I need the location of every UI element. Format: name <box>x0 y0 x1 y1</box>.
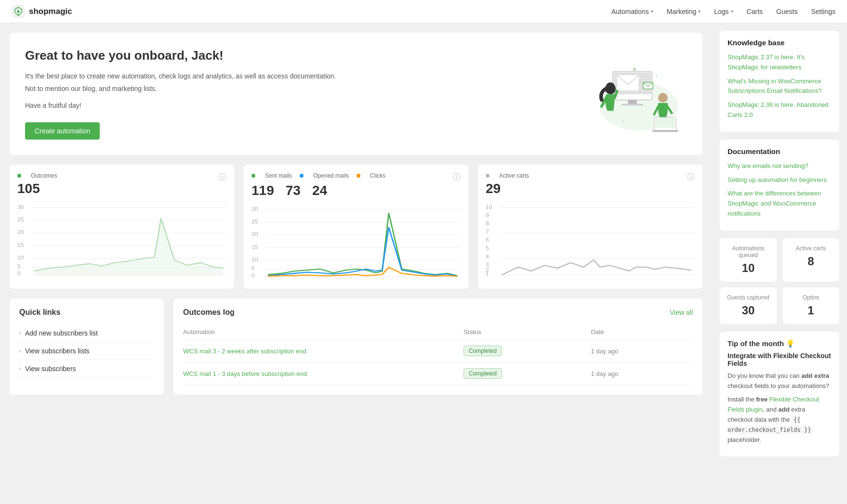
documentation-title: Documentation <box>728 147 832 155</box>
create-automation-button[interactable]: Create automation <box>25 122 100 140</box>
carts-dot <box>486 174 490 178</box>
hero-illustration <box>591 50 687 139</box>
knowledge-base-card: Knowledge base ShopMagic 2.37 is here. I… <box>720 31 839 132</box>
kb-link-1[interactable]: ShopMagic 2.37 is here. It's ShopMagic f… <box>728 52 832 73</box>
svg-text:0: 0 <box>17 271 21 276</box>
nav-automations[interactable]: Automations ▾ <box>611 8 653 15</box>
quick-link-item[interactable]: › View subscribers lists <box>19 342 154 360</box>
tip-text1: Do you know that you can add extra check… <box>728 371 832 391</box>
svg-text:25: 25 <box>251 219 258 224</box>
nav-logs[interactable]: Logs ▾ <box>714 8 733 15</box>
doc-link-1[interactable]: Why are emails not sending? <box>728 161 832 171</box>
automation-link[interactable]: WCS mail 3 - 2 weeks after subscription … <box>183 348 306 355</box>
doc-link-3[interactable]: What are the differences between ShopMag… <box>728 189 832 219</box>
carts-value: 29 <box>486 181 695 196</box>
nav-settings[interactable]: Settings <box>811 8 835 15</box>
tip-title: Tip of the month 💡 <box>728 339 832 348</box>
carts-chart-card: Active carts 29 ⓘ 10 9 8 7 6 5 4 3 2 <box>478 165 702 289</box>
hero-title: Great to have you onboard, Jack! <box>25 48 336 63</box>
svg-text:0: 0 <box>251 273 255 278</box>
info-icon[interactable]: ⓘ <box>453 172 461 182</box>
svg-text:20: 20 <box>251 232 258 237</box>
svg-text:15: 15 <box>17 243 24 248</box>
svg-marker-35 <box>34 219 223 275</box>
hero-greeting: Have a fruitful day! <box>25 100 336 111</box>
carts-legend: Active carts <box>486 172 695 179</box>
svg-rect-15 <box>655 118 675 128</box>
stat-automations-queued: Automations queued 10 <box>720 238 777 282</box>
table-body: WCS mail 3 - 2 weeks after subscription … <box>183 340 693 385</box>
outcomes-log-header: Outcomes log View all <box>183 308 693 317</box>
date-cell: 1 day ago <box>591 340 693 362</box>
col-date: Date <box>591 324 693 340</box>
main-content: Great to have you onboard, Jack! It's th… <box>0 23 712 504</box>
opened-value: 73 <box>286 183 301 198</box>
svg-text:9: 9 <box>486 213 489 218</box>
chevron-down-icon: ▾ <box>651 9 653 14</box>
svg-text:5: 5 <box>17 264 21 269</box>
svg-text:30: 30 <box>17 205 24 210</box>
emails-chart-card: Sent mails Opened mails Clicks 119 73 24… <box>244 165 468 289</box>
hero-desc1: It's the best place to create new automa… <box>25 71 336 81</box>
chevron-right-icon: › <box>19 348 21 354</box>
doc-link-2[interactable]: Setting up automation for beginners <box>728 175 832 185</box>
chevron-right-icon: › <box>19 365 21 372</box>
nav-guests[interactable]: Guests <box>776 8 797 15</box>
svg-text:10: 10 <box>17 255 24 260</box>
stats-grid: Automations queued 10 Active carts 8 Gue… <box>720 238 839 324</box>
svg-text:30: 30 <box>251 207 258 212</box>
svg-text:4: 4 <box>486 254 489 259</box>
outcomes-chart-card: Outcomes 105 ⓘ 30 25 20 15 10 5 0 <box>10 165 234 289</box>
table-row: WCS mail 1 - 3 days before subscription … <box>183 362 693 385</box>
outcomes-table: Automation Status Date WCS mail 3 - 2 we… <box>183 324 693 385</box>
info-icon[interactable]: ⓘ <box>219 172 226 182</box>
stat-optins: Optins 1 <box>782 287 839 324</box>
automation-link[interactable]: WCS mail 1 - 3 days before subscription … <box>183 370 307 377</box>
svg-text:1: 1 <box>486 271 489 276</box>
bottom-row: Quick links › Add new subscribers list ›… <box>10 298 702 395</box>
logo[interactable]: shopmagic <box>12 5 72 18</box>
emails-legend: Sent mails Opened mails Clicks <box>251 172 461 179</box>
stat-guests-captured: Guests captured 30 <box>720 287 777 324</box>
carts-chart-area: 10 9 8 7 6 5 4 3 2 1 <box>486 202 695 279</box>
date-cell: 1 day ago <box>591 362 693 385</box>
svg-text:7: 7 <box>486 229 489 234</box>
nav-carts[interactable]: Carts <box>747 8 763 15</box>
svg-point-18 <box>633 68 635 70</box>
kb-link-2[interactable]: What's Missing in WooCommerce Subscripti… <box>728 77 832 97</box>
emails-chart-area: 30 25 20 15 10 5 0 <box>251 204 461 281</box>
quick-link-item[interactable]: › Add new subscribers list <box>19 324 154 342</box>
info-icon[interactable]: ⓘ <box>687 172 695 182</box>
nav-marketing[interactable]: Marketing ▾ <box>667 8 701 15</box>
table-row: WCS mail 3 - 2 weeks after subscription … <box>183 340 693 362</box>
svg-text:10: 10 <box>251 257 258 262</box>
sent-dot <box>251 174 255 178</box>
outcomes-log-card: Outcomes log View all Automation Status … <box>173 298 702 395</box>
svg-rect-6 <box>622 103 643 105</box>
sidebar: Knowledge base ShopMagic 2.37 is here. I… <box>712 23 847 504</box>
quick-links-title: Quick links <box>19 308 154 317</box>
chevron-down-icon: ▾ <box>731 9 733 14</box>
stat-active-carts: Active carts 8 <box>782 238 839 282</box>
svg-rect-7 <box>617 75 639 90</box>
col-status: Status <box>463 324 591 340</box>
hero-text: Great to have you onboard, Jack! It's th… <box>25 48 336 140</box>
navbar: shopmagic Automations ▾ Marketing ▾ Logs… <box>0 0 847 23</box>
view-all-link[interactable]: View all <box>670 309 693 316</box>
clicks-value: 24 <box>312 183 327 198</box>
tip-text2: Install the free Flexible Checkout Field… <box>728 395 832 445</box>
svg-text:6: 6 <box>486 237 489 243</box>
svg-text:5: 5 <box>251 266 255 271</box>
svg-text:3: 3 <box>486 262 489 268</box>
status-badge: Completed <box>463 368 502 379</box>
clicks-dot <box>357 174 360 178</box>
svg-point-20 <box>622 120 624 123</box>
svg-text:5: 5 <box>486 246 489 251</box>
outcomes-log-title: Outcomes log <box>183 308 235 317</box>
col-automation: Automation <box>183 324 463 340</box>
tip-plugin-link[interactable]: Flexible Checkout Fields plugin <box>728 396 819 413</box>
hero-desc2: Not to mention our blog, and marketing l… <box>25 83 336 94</box>
kb-link-3[interactable]: ShopMagic 2.36 is here. Abandoned Carts … <box>728 100 832 120</box>
svg-text:20: 20 <box>17 230 24 235</box>
quick-link-item[interactable]: › View subscribers <box>19 360 154 378</box>
